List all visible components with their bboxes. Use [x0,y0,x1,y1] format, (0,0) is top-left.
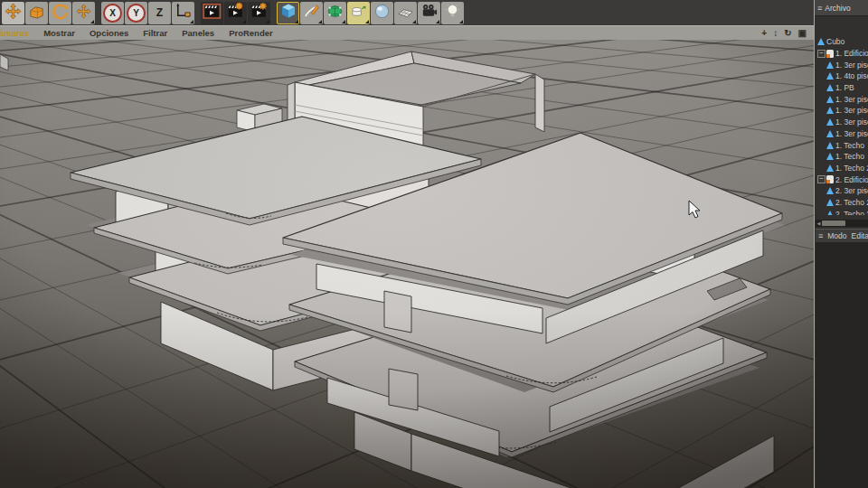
attribute-mode-menu[interactable]: Modo [827,231,846,240]
bottom-shade [0,311,814,488]
camera-button[interactable] [418,2,440,24]
object-item[interactable]: 1. Techo [816,139,868,151]
rotate-tool-button[interactable] [49,2,71,24]
null-object-icon [826,175,834,183]
coordinate-system-button[interactable] [172,2,194,24]
object-item[interactable]: −1. Edificio [816,48,868,60]
object-item-label: 1. Techo [835,152,864,161]
polygon-object-icon [826,153,834,160]
object-manager-menu-archivo[interactable]: Archivo [825,4,850,13]
polygon-object-icon [826,164,834,172]
render-view-icon [203,2,222,24]
floor-button[interactable] [394,2,417,24]
x-axis-icon: X [103,4,122,23]
light-button[interactable] [441,2,464,24]
pen-tool-button[interactable] [300,2,323,24]
object-item-label: 1. PB [835,83,854,92]
polygon-object-icon [826,84,834,91]
dolly-view-icon[interactable]: ↕ [773,28,778,38]
object-item-label: 1. Techo [835,141,864,150]
object-item-label: 1. 3er piso [835,129,868,138]
object-item[interactable]: 1. Techo 2 [816,163,868,174]
polygon-object-icon [826,142,834,149]
object-list: Cubo−1. Edificio1. 3er piso1. 4to piso1.… [816,36,868,215]
object-manager-header: ≡ Archivo [815,0,868,16]
popup-corner-icon [242,20,246,23]
polygon-object-icon [817,38,825,45]
hamburger-icon[interactable]: ≡ [817,4,822,13]
last-tool-icon [76,4,91,23]
object-manager-panel: ≡ Archivo Cubo−1. Edificio1. 3er piso1. … [814,0,868,488]
lock-x-axis-button[interactable]: X [101,2,124,24]
attribute-edit-menu[interactable]: Editar [852,231,868,240]
om-scrollbar[interactable]: ◀ [816,220,868,227]
object-item[interactable]: 1. 3er piso [816,93,868,105]
last-tool-button[interactable] [72,2,95,24]
polygon-object-icon [826,199,834,206]
lock-y-axis-button[interactable]: Y [125,2,147,24]
popup-corner-icon [459,20,463,23]
object-item[interactable]: 1. 4to piso [816,70,868,82]
object-item[interactable]: 1. PB [816,82,868,94]
object-item[interactable]: 1. 3er piso [816,128,868,140]
object-item[interactable]: 2. 3er piso [816,185,868,197]
move-tool-button[interactable] [2,2,24,24]
viewport-3d[interactable] [0,40,814,488]
menu-mostrar[interactable]: Mostrar [36,28,82,38]
generator-extrude-button[interactable] [347,2,370,24]
object-item-label: 1. 3er piso [835,106,868,115]
material-button[interactable] [371,2,393,24]
object-item-label: Cubo [826,37,844,46]
render-view-button[interactable] [201,2,223,24]
polygon-object-icon [826,72,834,80]
menu-paneles[interactable]: Paneles [175,28,222,38]
menu-prorender[interactable]: ProRender [222,28,280,38]
expand-toggle-icon[interactable]: − [817,175,826,183]
move-icon [5,3,22,23]
polygon-object-icon [826,107,834,114]
popup-corner-icon [436,20,439,23]
scrollbar-thumb[interactable] [822,221,845,226]
attribute-manager-body [816,242,868,488]
object-item[interactable]: −2. Edificio [816,174,868,185]
popup-corner-icon [266,20,269,23]
object-item[interactable]: 2. Techo 2 [816,208,868,215]
attribute-manager-header: ≡ Modo Editar [816,229,868,243]
polygon-object-icon [826,96,834,103]
expand-toggle-icon[interactable]: − [817,50,826,58]
object-item[interactable]: 1. 3er piso [816,59,868,70]
add-cube-button[interactable] [277,2,299,24]
object-item[interactable]: 1. 3er piso [816,117,868,128]
object-item-label: 2. Edificio [835,175,868,184]
polygon-object-icon [826,61,834,69]
object-item[interactable]: 2. Techo 2 [816,197,868,209]
z-axis-icon: Z [156,6,163,19]
menu-camaras[interactable]: Cámaras [0,28,36,38]
render-picture-viewer-button[interactable] [224,2,247,24]
subdivision-surface-button[interactable] [324,2,346,24]
object-item[interactable]: 1. 3er piso [816,105,868,117]
toggle-view-icon[interactable]: ▣ [798,28,807,38]
rotate-icon [52,3,69,23]
polygon-object-icon [826,118,834,126]
viewport-menubar: Cámaras Mostrar Opciones Filtrar Paneles… [0,25,814,40]
object-item-label: 1. Edificio [835,49,868,58]
object-item[interactable]: 1. Techo [816,151,868,163]
render-settings-button[interactable] [248,2,270,24]
pan-view-icon[interactable]: + [761,28,767,38]
scale-tool-button[interactable] [25,2,48,24]
polygon-object-icon [826,130,834,137]
object-item-label: 1. Techo 2 [835,164,868,173]
object-item[interactable]: Cubo [816,36,868,48]
rotate-view-icon[interactable]: ↻ [784,28,791,38]
popup-corner-icon [412,20,416,23]
popup-corner-icon [342,20,345,23]
menu-opciones[interactable]: Opciones [82,28,136,38]
popup-corner-icon [318,20,322,23]
popup-corner-icon [190,20,193,23]
lock-z-axis-button[interactable]: Z [148,2,171,24]
hamburger-icon[interactable]: ≡ [818,231,823,240]
menu-filtrar[interactable]: Filtrar [136,28,175,38]
scroll-left-icon[interactable]: ◀ [816,221,822,226]
object-item-label: 1. 3er piso [835,61,868,70]
